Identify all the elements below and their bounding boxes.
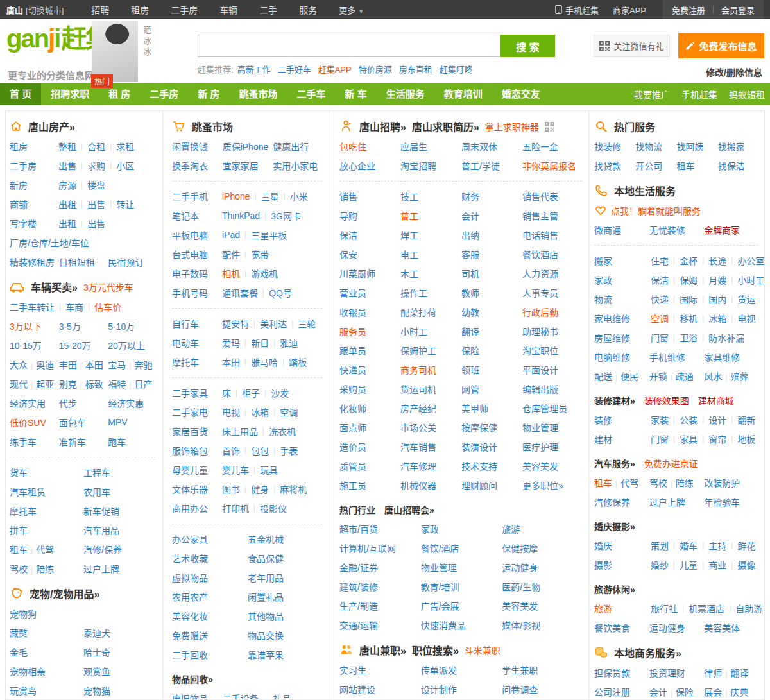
link[interactable]: 拼车 (10, 525, 28, 536)
link[interactable]: 电工 (400, 250, 418, 260)
link[interactable]: 家政 (421, 524, 439, 534)
link[interactable]: 金杯 (680, 254, 697, 267)
link[interactable]: 五险一金 (522, 142, 558, 152)
link[interactable]: 空调 (280, 405, 298, 418)
link[interactable]: 手表 (280, 444, 298, 457)
link[interactable]: 营业员 (339, 288, 366, 298)
nav-item[interactable]: 新 房 (188, 83, 229, 105)
link[interactable]: 准新车 (59, 437, 86, 447)
link[interactable]: 废旧物品 (172, 694, 208, 699)
category-link[interactable]: 电子数码 (172, 267, 222, 280)
recommend-link[interactable]: 高薪工作 (237, 65, 271, 74)
link[interactable]: 点我！躺着就能叫服务 (611, 204, 701, 217)
link[interactable]: 策划 (651, 539, 669, 552)
link[interactable]: 奔驰 (134, 360, 152, 370)
link[interactable]: 住宅 (651, 254, 669, 267)
link[interactable]: 技工 (400, 192, 418, 202)
link[interactable]: 机械仪器 (400, 481, 436, 491)
section-title-link[interactable]: 免费办进京证 (644, 457, 698, 470)
link[interactable]: 食品保健 (248, 554, 284, 564)
link[interactable]: 踏板 (289, 355, 307, 368)
category-link[interactable]: 摄影 (594, 558, 651, 571)
link[interactable]: 精装修租房 (10, 257, 55, 268)
recommend-link[interactable]: 特价房源 (359, 65, 392, 74)
category-link[interactable]: 二手房 (10, 159, 58, 172)
link[interactable]: 美利达 (260, 317, 287, 330)
link[interactable]: 投资理财 (649, 668, 685, 678)
link[interactable]: 商务司机 (400, 365, 436, 375)
link[interactable]: 代驾 (36, 545, 54, 555)
link[interactable]: 平面设计 (522, 365, 558, 375)
link[interactable]: 婚纱 (651, 558, 669, 571)
link[interactable]: 出售 (58, 159, 76, 172)
link[interactable]: 快递 (651, 293, 669, 305)
link[interactable]: 出售 (87, 198, 105, 210)
link[interactable]: 估车价 (94, 300, 121, 313)
link[interactable]: 收银员 (339, 307, 366, 318)
link[interactable]: 租车 (10, 545, 28, 555)
link[interactable]: 保险 (676, 687, 694, 697)
link[interactable]: 健身 (251, 482, 269, 495)
link[interactable]: 开公司 (635, 161, 662, 171)
link[interactable]: 五金机械 (248, 534, 284, 545)
switch-city-link[interactable]: [切换城市] (26, 4, 64, 16)
nav-right-link[interactable]: 我要推广 (634, 90, 670, 100)
link[interactable]: 宠物猫 (83, 686, 110, 696)
section-title-link[interactable]: 唐山招聘会» (384, 503, 434, 516)
link[interactable]: 人力资源 (522, 269, 558, 279)
recommend-link[interactable]: 赶集叮咚 (440, 65, 473, 74)
link[interactable]: 艺术收藏 (172, 554, 208, 564)
link[interactable]: 小时工 (400, 327, 427, 337)
link[interactable]: 窗帘 (708, 432, 726, 445)
nav-item[interactable]: 首 页 (0, 83, 41, 105)
link[interactable]: 放心企业 (339, 161, 375, 171)
link[interactable]: 租车 (677, 161, 695, 171)
link[interactable]: 沙发 (271, 386, 289, 399)
link[interactable]: 公装 (680, 413, 697, 426)
link[interactable]: 健康出行 (273, 142, 309, 152)
link[interactable]: 农用车 (83, 487, 110, 497)
link[interactable]: 律师 (704, 668, 722, 678)
topbar-menu-item[interactable]: 二手 (259, 5, 277, 15)
link[interactable]: 小区 (116, 159, 134, 172)
link[interactable]: 开锁 (649, 371, 667, 382)
link[interactable]: 地板 (737, 432, 755, 445)
link[interactable]: 餐饮酒店 (522, 250, 558, 260)
link[interactable]: 物品交换 (248, 631, 284, 641)
link[interactable]: 二手回收 (172, 650, 208, 660)
nav-item[interactable]: 二手车 (287, 83, 336, 105)
link[interactable]: 配菜打荷 (400, 307, 436, 318)
link[interactable]: 捷安特 (222, 317, 249, 330)
link[interactable]: 门窗 (651, 432, 669, 445)
link[interactable]: 房产经纪 (400, 404, 436, 414)
link[interactable]: 木工 (400, 269, 418, 279)
link[interactable]: 出租 (58, 217, 76, 230)
link[interactable]: 低价SUV (10, 418, 46, 428)
link[interactable]: 金毛 (10, 647, 28, 658)
link[interactable]: 老年用品 (248, 573, 284, 583)
link[interactable]: 门窗 (651, 331, 669, 344)
link[interactable]: 司机 (461, 269, 479, 279)
link[interactable]: 找阿姨 (677, 142, 704, 152)
link[interactable]: 免费赠送 (172, 631, 208, 641)
link[interactable]: 设计制作 (421, 685, 457, 695)
search-button[interactable]: 搜 索 (501, 35, 555, 57)
link[interactable]: 出租 (58, 198, 76, 210)
link[interactable]: 藏獒 (10, 628, 28, 638)
link[interactable]: 配件 (222, 248, 240, 260)
category-link[interactable]: 母婴儿童 (172, 463, 222, 476)
link[interactable]: 美甲师 (461, 404, 488, 414)
link[interactable]: 按摩保健 (461, 423, 497, 433)
link[interactable]: 爱玛 (222, 336, 240, 349)
section-title-link[interactable]: 本地商务服务» (614, 645, 681, 660)
category-link[interactable]: 笔记本 (172, 209, 222, 222)
nav-item[interactable]: 新 车 (336, 83, 377, 105)
link[interactable]: 民宿预订 (108, 257, 144, 268)
link[interactable]: 设计 (708, 413, 726, 426)
link[interactable]: 质管员 (339, 461, 366, 472)
link[interactable]: 领班 (461, 365, 479, 375)
link[interactable]: 找搬家 (718, 142, 745, 152)
link[interactable]: 厂房/仓库/土地/车位 (10, 238, 89, 248)
link[interactable]: 卫浴 (680, 331, 697, 344)
link[interactable]: 技术支持 (461, 461, 497, 472)
